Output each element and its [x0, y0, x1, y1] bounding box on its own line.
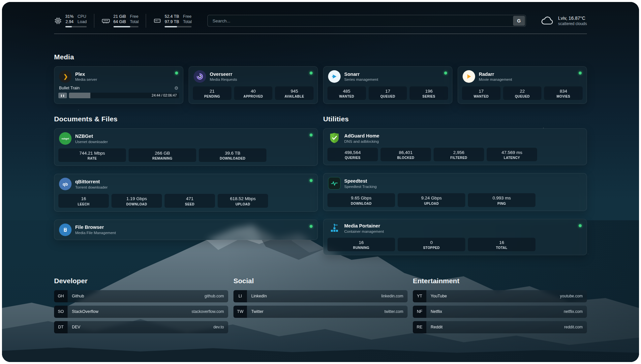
stat-remaining: 266 GB REMAINING — [129, 148, 196, 162]
memory-label-2: Total — [130, 19, 138, 25]
disk-icon — [153, 17, 161, 25]
stat-label: DOWNLOAD — [113, 202, 161, 206]
stat-available: 945 AVAILABLE — [275, 86, 314, 100]
bookmark-url: stackoverflow.com — [192, 309, 224, 314]
bookmark-name: Reddit — [431, 325, 443, 329]
stat-label: RATE — [60, 157, 125, 160]
service-card-portainer[interactable]: Media Portainer Container management 16 … — [323, 219, 587, 255]
bookmark-dev[interactable]: DT DEV dev.to — [54, 321, 228, 333]
stat-label: MOVIES — [545, 95, 581, 98]
service-name: Radarr — [479, 72, 512, 77]
service-subtitle: Series management — [344, 77, 378, 81]
cpu-load-value: 2.94 — [65, 19, 74, 25]
topbar-divider — [54, 34, 587, 34]
service-subtitle: DNS and adblocking — [344, 139, 379, 143]
stat-ping: 0.993 ms PING — [468, 193, 535, 207]
stat-value: 834 — [545, 88, 581, 94]
service-card-sonarr[interactable]: Sonarr Series management 485 WANTED 17 Q… — [323, 66, 452, 104]
service-card-speedtest[interactable]: Speedtest Speedtest Tracking 9.65 Gbps D… — [323, 173, 587, 211]
stat-value: 86,401 — [382, 150, 430, 156]
service-card-plex[interactable]: ❯ Plex Media server Bullet Train ⚙ ❚❚ 24… — [54, 66, 183, 104]
bookmark-name: LinkedIn — [251, 294, 267, 298]
disk-free-value: 52.4 TB — [165, 14, 179, 19]
stat-label: PENDING — [194, 95, 230, 98]
pause-button[interactable]: ❚❚ — [58, 93, 67, 98]
portainer-icon — [328, 223, 341, 234]
bookmark-abbr: RE — [413, 321, 426, 333]
memory-total-value: 64 GiB — [113, 19, 126, 25]
disk-total-value: 97.9 TB — [165, 19, 179, 25]
service-name: Overseerr — [210, 72, 237, 77]
status-dot — [579, 224, 582, 227]
stat-series: 196 SERIES — [410, 86, 448, 100]
stat-queries: 498,564 QUERIES — [327, 148, 378, 161]
bookmark-url: youtube.com — [560, 294, 583, 298]
stat-value: 9.24 Gbps — [399, 195, 464, 201]
stat-label: FILTERED — [435, 156, 483, 160]
stat-rate: 744.21 Mbps RATE — [58, 148, 126, 162]
stat-value: 17 — [463, 88, 499, 94]
now-playing-title: Bullet Train — [59, 86, 80, 90]
service-card-filebrowser[interactable]: File Browser Media File Management — [54, 220, 318, 240]
search-provider-button[interactable]: G — [513, 16, 525, 26]
bookmark-url: reddit.com — [564, 325, 583, 329]
playback-progress-bar[interactable]: 24:44 / 02:06:47 — [69, 93, 179, 98]
bookmark-twitter[interactable]: TW Twitter twitter.com — [233, 306, 408, 318]
service-subtitle: Container management — [344, 229, 384, 233]
service-card-nzbget[interactable]: nzbget NZBGet Usenet downloader 744.21 M… — [54, 128, 318, 166]
bookmark-name: StackOverflow — [72, 309, 99, 314]
settings-gear-icon[interactable]: ⚙ — [174, 86, 178, 90]
stat-value: 2,956 — [435, 150, 483, 156]
stat-label: LATENCY — [488, 156, 536, 160]
service-card-qbittorrent[interactable]: qb qBittorrent Torrent downloader 16 LEE… — [54, 174, 318, 211]
service-name: qBittorrent — [75, 179, 107, 185]
stat-label: WANTED — [463, 95, 499, 98]
stat-downloaded: 39.6 TB DOWNLOADED — [199, 148, 266, 162]
stat-label: UPLOAD — [399, 202, 464, 205]
stat-value: 0.993 ms — [469, 195, 534, 201]
memory-usage-bar — [113, 26, 139, 27]
service-subtitle: Media server — [75, 77, 97, 81]
stat-value: 0 — [399, 240, 464, 246]
radarr-icon — [463, 70, 475, 83]
stat-label: UPLOAD — [219, 202, 267, 206]
bookmark-reddit[interactable]: RE Reddit reddit.com — [413, 321, 587, 333]
bookmark-stackoverflow[interactable]: SO StackOverflow stackoverflow.com — [54, 306, 228, 318]
stat-value: 498,564 — [329, 150, 377, 156]
service-card-overseerr[interactable]: Overseerr Media Requests 21 PENDING 40 A… — [189, 66, 318, 104]
status-dot — [444, 72, 447, 75]
service-card-adguard[interactable]: AdGuard Home DNS and adblocking 498,564 … — [323, 128, 587, 165]
bookmark-abbr: YT — [413, 290, 426, 302]
bookmarks-section: Developer GH Github github.com SO StackO… — [54, 277, 587, 350]
stat-value: 485 — [329, 88, 365, 94]
stat-upload: 618.52 Mbps UPLOAD — [218, 194, 268, 207]
search-input[interactable] — [207, 15, 526, 27]
disk-usage-bar — [165, 26, 192, 27]
stat-leech: 16 LEECH — [58, 194, 109, 207]
status-dot — [175, 72, 178, 75]
disk-label-2: Total — [183, 19, 192, 25]
stat-label: QUERIES — [329, 156, 377, 160]
stat-label: TOTAL — [469, 246, 534, 250]
bookmark-url: linkedin.com — [381, 294, 403, 298]
stat-approved: 40 APPROVED — [234, 86, 273, 100]
bookmark-linkedin[interactable]: LI LinkedIn linkedin.com — [233, 290, 408, 302]
stat-value: 16 — [329, 240, 394, 246]
dashboard-window: 31% CPU 2.94 Load — [2, 2, 639, 362]
stat-label: DOWNLOADED — [200, 157, 265, 160]
overseerr-icon — [194, 70, 206, 83]
stat-value: 40 — [235, 88, 271, 94]
bookmark-github[interactable]: GH Github github.com — [54, 290, 228, 302]
stat-label: PING — [469, 202, 534, 205]
bookmark-youtube[interactable]: YT YouTube youtube.com — [413, 290, 587, 302]
stat-total: 16 TOTAL — [468, 238, 535, 251]
service-card-radarr[interactable]: Radarr Movie management 17 WANTED 22 QUE… — [458, 66, 587, 104]
bookmark-url: netflix.com — [564, 309, 583, 314]
bookmark-netflix[interactable]: NF Netflix netflix.com — [413, 306, 587, 318]
stat-value: 9.65 Gbps — [329, 195, 394, 201]
bookmark-group-title-social: Social — [233, 277, 408, 285]
stat-download: 1.19 Gbps DOWNLOAD — [111, 194, 162, 207]
stat-latency: 47.569 ms LATENCY — [487, 148, 537, 161]
bookmark-name: Netflix — [431, 309, 442, 314]
stat-label: SERIES — [411, 95, 447, 98]
